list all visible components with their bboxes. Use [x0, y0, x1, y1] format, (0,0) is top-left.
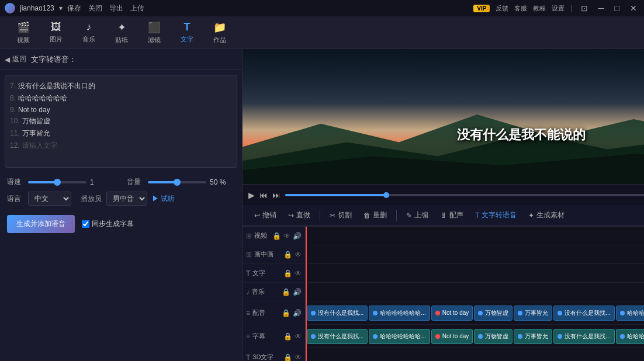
pip-lock-icon[interactable]: 🔒: [283, 251, 292, 259]
subtitle-lock-icon[interactable]: 🔒: [283, 332, 292, 341]
music-audio-icon[interactable]: 🔊: [293, 288, 302, 296]
cut-icon: ✂: [330, 211, 335, 220]
3dtext-track-content[interactable]: [306, 348, 644, 361]
speed-slider-container: 1: [28, 178, 115, 186]
next-frame-button[interactable]: ⏭: [272, 190, 281, 200]
tts-line-8: 8.哈哈哈哈哈哈哈: [10, 92, 232, 105]
text-lock-icon[interactable]: 🔒: [283, 269, 292, 277]
dub-clip-5[interactable]: 万事皆允: [514, 306, 552, 321]
menu-close[interactable]: 关闭: [88, 4, 102, 13]
sub-clip-2[interactable]: 哈哈哈哈哈哈哈...: [369, 329, 430, 344]
sub-clip-4[interactable]: 万物皆虚: [474, 329, 513, 344]
dubbing-lock-icon[interactable]: 🔒: [282, 309, 290, 317]
3dtext-track-header: T 3D文字 🔒 👁: [243, 348, 306, 361]
menu-export[interactable]: 导出: [109, 4, 123, 13]
edit-toolbar: ↩ 撤销 ↪ 直做 ✂ 切割 🗑 量删 ✎ 上编 🎚: [243, 205, 644, 226]
cut-button[interactable]: ✂ 切割: [325, 208, 356, 223]
clip-dot-3: [435, 311, 440, 315]
dub-clip-3[interactable]: Not to day: [431, 306, 473, 321]
toolbar-video[interactable]: 🎬 视频: [9, 19, 37, 47]
dub-clip-4[interactable]: 万物皆虚: [474, 306, 513, 321]
sync-checkbox[interactable]: [82, 220, 89, 228]
3dtext-lock-icon[interactable]: 🔒: [283, 353, 292, 362]
audio-toggle-icon[interactable]: 🔊: [293, 232, 302, 240]
generate-material-button[interactable]: ✦ 生成素材: [524, 208, 569, 223]
timeline: 00:00:00:00 00:00:10:00 00:00:20:00 00:0…: [243, 226, 644, 361]
tts-text-content[interactable]: 7.没有什么是我说不出口的 8.哈哈哈哈哈哈哈 9.Not to day 10.…: [5, 75, 237, 168]
sub-clip-5[interactable]: 万事皆允: [514, 329, 552, 344]
music-lock-icon[interactable]: 🔒: [282, 288, 290, 296]
speaker-select[interactable]: 男中音 女中音 童声: [106, 192, 147, 206]
sub-clip-3[interactable]: Not to day: [431, 329, 473, 344]
window-restore[interactable]: ⊡: [579, 4, 590, 13]
3dtext-track: T 3D文字 🔒 👁: [243, 348, 644, 361]
vip-badge[interactable]: VIP: [473, 5, 490, 12]
toolbar-music[interactable]: ♪ 音乐: [75, 19, 103, 46]
pip-eye-icon[interactable]: 👁: [295, 251, 302, 259]
eye-icon[interactable]: 👁: [283, 232, 290, 240]
video-track: ⊞ 视频 🔒 👁 🔊: [243, 227, 644, 245]
feedback-btn[interactable]: 反馈: [496, 4, 508, 13]
text-t-icon: T: [246, 269, 250, 277]
3dtext-eye-icon[interactable]: 👁: [295, 353, 302, 362]
lock-icon[interactable]: 🔒: [272, 232, 281, 240]
clip-dot-2: [373, 311, 378, 315]
video-icon: 🎬: [17, 21, 30, 34]
undo-button[interactable]: ↩ 撤销: [250, 208, 281, 223]
lang-select[interactable]: 中文 English: [28, 192, 71, 206]
window-minimize[interactable]: ─: [596, 4, 607, 13]
toolbar-filter[interactable]: ⬛ 滤镜: [140, 19, 168, 47]
subtitle-eye-icon[interactable]: 👁: [295, 332, 302, 341]
window-maximize[interactable]: □: [612, 4, 622, 13]
prev-frame-button[interactable]: ⏮: [259, 190, 268, 200]
audio-edit-button[interactable]: 🎚 配声: [435, 208, 468, 223]
redo-button[interactable]: ↪ 直做: [283, 208, 315, 223]
back-button[interactable]: ◀ 返回: [5, 54, 26, 64]
toolbar-works[interactable]: 📁 作品: [206, 19, 234, 47]
dropdown-icon: ▾: [59, 4, 63, 12]
toolbar-text[interactable]: T 文字: [173, 19, 201, 46]
dubbing-audio-icon[interactable]: 🔊: [293, 309, 302, 317]
titlebar-left: jianhao123 ▾ 保存 关闭 导出 上传: [5, 3, 144, 13]
toolbar-sticker[interactable]: ✦ 贴纸: [108, 19, 136, 47]
toolbar-image[interactable]: 🖼 图片: [42, 19, 70, 46]
tts-title: 文字转语音：: [31, 54, 77, 65]
pip-grid-icon: ⊞: [246, 251, 252, 259]
progress-bar[interactable]: [285, 194, 644, 196]
dub-clip-2[interactable]: 哈哈哈哈哈哈哈...: [369, 306, 430, 321]
music-track-content[interactable]: [306, 283, 644, 301]
settings-btn[interactable]: 设置: [552, 4, 565, 13]
pip-track-content[interactable]: [306, 245, 644, 263]
sub-clip-6[interactable]: 没有什么是我找...: [553, 329, 614, 344]
delete-button[interactable]: 🗑 量删: [359, 208, 392, 223]
sub-clip-7[interactable]: 哈哈哈哈哈哈哈...: [616, 329, 644, 344]
dub-clip-1[interactable]: 没有什么是我找...: [307, 306, 368, 321]
tts-text-area: 7.没有什么是我说不出口的 8.哈哈哈哈哈哈哈 9.Not to day 10.…: [0, 70, 242, 172]
dub-clip-7[interactable]: 哈哈哈哈哈哈哈...: [616, 306, 644, 321]
sync-subtitle-toggle[interactable]: 同步生成字幕: [82, 219, 134, 229]
dub-clip-6[interactable]: 没有什么是我找...: [553, 306, 614, 321]
sticker-icon: ✦: [117, 21, 126, 34]
preview-button[interactable]: ▶ 试听: [152, 194, 175, 204]
sub-dot-1: [311, 334, 316, 339]
dubbing-track-content[interactable]: 没有什么是我找... 哈哈哈哈哈哈哈... Not to day 万物皆虚 万事…: [306, 301, 644, 324]
tts-button[interactable]: T 文字转语音: [470, 208, 521, 223]
text-track-content[interactable]: [306, 264, 644, 282]
generate-button[interactable]: 生成并添加语音: [7, 215, 75, 233]
volume-slider[interactable]: [148, 181, 206, 183]
menu-save[interactable]: 保存: [67, 4, 81, 13]
pip-track-header: ⊞ 画中画 🔒 👁: [243, 245, 306, 263]
edit-button[interactable]: ✎ 上编: [401, 208, 433, 223]
speed-slider[interactable]: [28, 181, 86, 183]
sub-clip-1[interactable]: 没有什么是我找...: [307, 329, 368, 344]
video-track-content[interactable]: [306, 227, 644, 245]
window-close[interactable]: ✕: [628, 4, 639, 13]
tts-line-9: 9.Not to day: [10, 105, 232, 115]
text-eye-icon[interactable]: 👁: [295, 269, 302, 277]
menu-upload[interactable]: 上传: [130, 4, 144, 13]
tutorial-btn[interactable]: 教程: [533, 4, 546, 13]
subtitle-track-content[interactable]: 没有什么是我找... 哈哈哈哈哈哈哈... Not to day 万物皆虚 万事…: [306, 325, 644, 348]
support-btn[interactable]: 客服: [514, 4, 527, 13]
play-button[interactable]: ▶: [248, 190, 255, 200]
tts-actions: 生成并添加语音 同步生成字幕: [0, 210, 242, 238]
